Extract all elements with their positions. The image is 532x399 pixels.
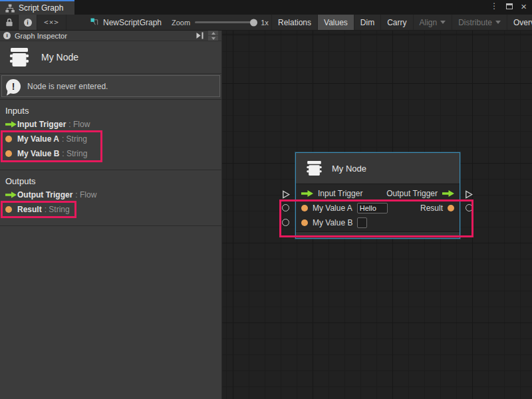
button-label: Dim <box>360 18 374 27</box>
button-label: Distribute <box>458 18 492 27</box>
inputs-section: Inputs Input Trigger : Flow My Value A :… <box>0 100 221 168</box>
code-view-button[interactable]: <×> <box>37 15 66 30</box>
port-type: : String <box>62 134 87 144</box>
graph-inspector-panel: i Graph Inspector My Node ! Node is neve <box>0 31 222 399</box>
info-icon: i <box>24 19 32 27</box>
port-row-result: Result : String <box>0 202 221 217</box>
button-label: Overview <box>513 18 532 27</box>
value-port-icon <box>5 136 17 142</box>
port-row-my-value-b: My Value B : String <box>0 146 221 161</box>
lock-icon <box>5 18 13 27</box>
port-row-my-value-a: My Value A : String <box>0 132 221 146</box>
value-b-port-icon[interactable] <box>301 219 308 226</box>
node-unit-icon <box>305 160 323 176</box>
inspector-header: i Graph Inspector <box>0 31 221 41</box>
external-value-a-port[interactable] <box>282 204 289 211</box>
lock-button[interactable] <box>0 15 19 30</box>
trigger-row: Input Trigger Output Trigger <box>296 186 460 201</box>
input-trigger-label: Input Trigger <box>318 189 362 198</box>
tab-strip: Script Graph ⋮ × <box>0 0 532 15</box>
button-label: Carry <box>387 18 406 27</box>
align-dropdown-button[interactable]: Align <box>413 15 452 30</box>
output-trigger-label: Output Trigger <box>386 189 438 198</box>
port-type: : Flow <box>75 190 96 200</box>
panel-scroll-spinner <box>208 31 218 41</box>
zoom-slider[interactable] <box>195 21 256 23</box>
chevron-down-icon <box>495 21 501 24</box>
result-port-icon[interactable] <box>448 205 454 211</box>
script-graph-asset-icon <box>90 18 99 27</box>
value-a-input[interactable] <box>357 203 388 213</box>
external-flow-out-port[interactable] <box>465 190 473 201</box>
external-value-b-port[interactable] <box>282 219 289 226</box>
node-header[interactable]: My Node <box>296 153 460 184</box>
scroll-down-button[interactable] <box>208 36 218 41</box>
values-button[interactable]: Values <box>317 15 354 30</box>
value-a-port-icon[interactable] <box>301 205 308 211</box>
graph-canvas[interactable]: My Node Input Trigger Output Trigger <box>222 31 532 399</box>
window-controls: ⋮ × <box>490 0 527 12</box>
port-row-input-trigger: Input Trigger : Flow <box>0 117 221 132</box>
input-trigger-port-icon[interactable] <box>301 190 313 197</box>
triangle-down-icon <box>211 37 215 40</box>
scroll-up-button[interactable] <box>208 31 218 35</box>
kebab-menu-icon[interactable]: ⋮ <box>490 2 498 10</box>
code-icon: <×> <box>44 18 59 27</box>
overview-button[interactable]: Overview <box>507 15 532 30</box>
maximize-icon[interactable] <box>506 3 513 9</box>
zoom-slider-handle[interactable] <box>250 19 257 26</box>
divider <box>0 225 221 226</box>
output-trigger-port-icon[interactable] <box>442 190 454 197</box>
value-b-row: My Value B <box>296 215 460 230</box>
close-icon[interactable]: × <box>521 1 527 11</box>
port-name: My Value B <box>17 149 59 158</box>
flow-arrow-icon <box>5 192 17 198</box>
graph-toolbar: i <×> NewScriptGraph Zoom 1x Relations V… <box>0 15 532 31</box>
relations-button[interactable]: Relations <box>271 15 317 30</box>
port-type: : String <box>45 205 70 214</box>
info-icon: i <box>3 32 11 39</box>
selected-node-summary: My Node <box>0 41 221 74</box>
triangle-up-icon <box>211 32 215 35</box>
hierarchy-graph-icon <box>5 4 15 13</box>
outputs-section: Outputs Output Trigger : Flow Result : S… <box>0 170 221 223</box>
warning-text: Node is never entered. <box>27 82 108 91</box>
node-unit-icon <box>8 47 31 67</box>
inputs-header: Inputs <box>0 105 221 117</box>
toolbar-left-icons: i <×> <box>0 15 66 30</box>
graph-reference-breadcrumb[interactable]: NewScriptGraph <box>90 15 162 30</box>
value-port-icon <box>5 150 17 157</box>
warning-bubble-icon: ! <box>6 79 21 94</box>
external-flow-in-port[interactable] <box>282 190 291 201</box>
toolbar-buttons: Relations Values Dim Carry Align Distrib… <box>271 15 532 30</box>
node-footer <box>296 231 460 238</box>
tab-script-graph[interactable]: Script Graph <box>0 0 74 15</box>
zoom-control: Zoom 1x <box>172 15 269 30</box>
inspector-toggle-button[interactable]: i <box>19 15 37 30</box>
value-b-input[interactable] <box>357 217 367 228</box>
value-a-label: My Value A <box>313 203 352 213</box>
port-type: : String <box>62 149 87 158</box>
value-port-icon <box>5 206 17 213</box>
node-body: Input Trigger Output Trigger My Value A <box>296 184 460 230</box>
inspector-title: Graph Inspector <box>15 32 192 40</box>
collapse-panel-icon[interactable] <box>196 32 204 39</box>
port-name: Output Trigger <box>17 190 72 200</box>
my-node[interactable]: My Node Input Trigger Output Trigger <box>295 152 460 239</box>
value-b-label: My Value B <box>313 218 352 227</box>
flow-arrow-icon <box>5 121 17 128</box>
node-title: My Node <box>41 52 78 63</box>
carry-button[interactable]: Carry <box>380 15 412 30</box>
value-a-row: My Value A Result <box>296 201 460 215</box>
graph-name-label: NewScriptGraph <box>103 18 162 27</box>
distribute-dropdown-button[interactable]: Distribute <box>452 15 507 30</box>
external-result-port[interactable] <box>466 204 473 211</box>
button-label: Relations <box>278 18 311 27</box>
dim-button[interactable]: Dim <box>354 15 380 30</box>
zoom-value: 1x <box>261 19 269 27</box>
chevron-down-icon <box>440 21 446 24</box>
port-name: Result <box>17 205 42 214</box>
port-type: : Flow <box>68 120 90 129</box>
button-label: Align <box>420 18 438 27</box>
zoom-label: Zoom <box>172 19 190 27</box>
